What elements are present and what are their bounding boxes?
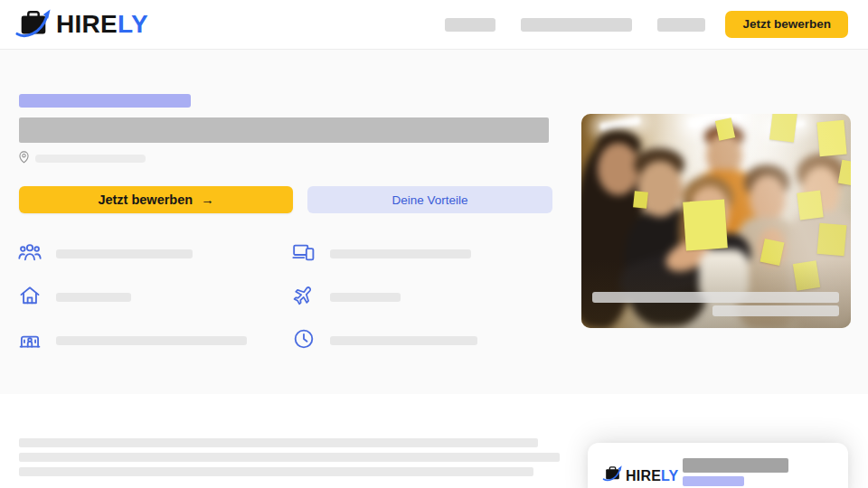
feature-home bbox=[18, 286, 131, 309]
description-line-placeholder bbox=[19, 453, 560, 462]
card-subtitle-placeholder bbox=[683, 476, 744, 486]
location-pin-icon bbox=[18, 150, 30, 167]
card-title-placeholder bbox=[683, 458, 788, 473]
feature-text-placeholder bbox=[56, 293, 131, 302]
brand-logo[interactable]: HIRELY bbox=[14, 7, 148, 42]
hero-section: Jetzt bewerben → Deine Vorteile bbox=[0, 50, 868, 395]
hero-apply-button[interactable]: Jetzt bewerben → bbox=[19, 186, 293, 213]
team-icon bbox=[18, 240, 42, 267]
header-apply-button[interactable]: Jetzt bewerben bbox=[725, 11, 848, 38]
header: HIRELY Jetzt bewerben bbox=[0, 0, 868, 50]
sticky-apply-card: HIRELY bbox=[588, 443, 848, 488]
photo-caption-placeholder bbox=[712, 305, 839, 316]
feature-travel bbox=[292, 286, 401, 309]
nav-item-placeholder[interactable] bbox=[445, 18, 495, 32]
nav-item-placeholder[interactable] bbox=[521, 18, 632, 32]
team-photo bbox=[581, 114, 851, 328]
benefits-button[interactable]: Deine Vorteile bbox=[307, 186, 552, 213]
description-section: HIRELY bbox=[0, 394, 868, 488]
feature-text-placeholder bbox=[330, 336, 477, 345]
card-brand-name: HIRELY bbox=[626, 469, 678, 483]
nav-item-placeholder[interactable] bbox=[657, 18, 705, 32]
job-category-placeholder bbox=[19, 94, 191, 108]
feature-text-placeholder bbox=[56, 336, 247, 345]
location-row bbox=[18, 151, 146, 165]
feature-team bbox=[18, 242, 193, 266]
hero-actions: Jetzt bewerben → Deine Vorteile bbox=[19, 186, 552, 213]
feature-text-placeholder bbox=[56, 249, 193, 258]
plane-icon bbox=[292, 284, 316, 311]
feature-text-placeholder bbox=[330, 249, 471, 258]
arrow-right-icon: → bbox=[201, 192, 214, 207]
hero-apply-label: Jetzt bewerben bbox=[98, 192, 193, 207]
main-nav: Jetzt bewerben bbox=[445, 11, 848, 38]
description-line-placeholder bbox=[19, 438, 538, 447]
home-icon bbox=[18, 284, 42, 311]
clock-icon bbox=[292, 327, 316, 354]
feature-text-placeholder bbox=[330, 293, 401, 302]
feature-devices bbox=[292, 242, 471, 266]
devices-icon bbox=[292, 240, 316, 267]
brand-name: HIRELY bbox=[56, 12, 148, 37]
job-title-placeholder bbox=[19, 117, 549, 143]
photo-caption-placeholder bbox=[592, 292, 839, 303]
feature-building bbox=[18, 329, 247, 352]
briefcase-swoosh-logo-icon bbox=[14, 7, 52, 42]
briefcase-swoosh-logo-icon bbox=[602, 465, 623, 487]
feature-hours bbox=[292, 329, 477, 352]
building-icon bbox=[18, 327, 42, 354]
card-brand-logo: HIRELY bbox=[602, 465, 678, 487]
page: HIRELY Jetzt bewerben Jetzt bewerben bbox=[0, 0, 868, 488]
description-line-placeholder bbox=[19, 467, 533, 476]
location-text-placeholder bbox=[35, 155, 146, 163]
